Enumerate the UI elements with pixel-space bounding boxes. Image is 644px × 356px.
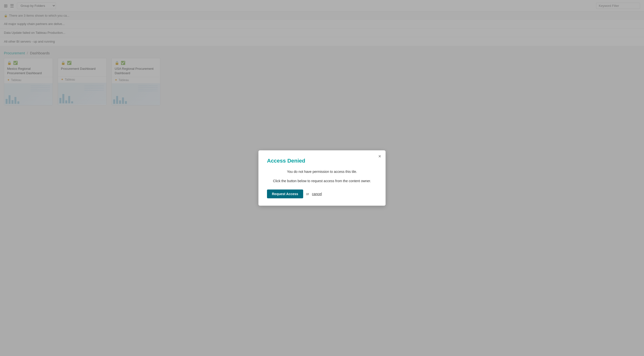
modal-overlay: × Access Denied You do not have permissi… — [0, 0, 644, 113]
